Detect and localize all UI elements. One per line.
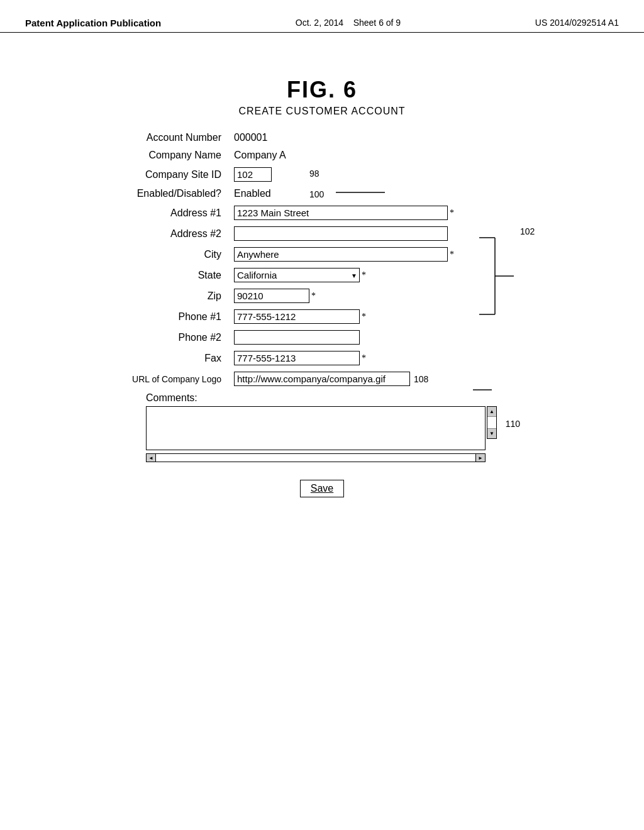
phone2-label: Phone #2 [108,332,234,343]
zip-required: * [311,291,316,301]
address2-row: Address #2 102 [108,226,536,241]
main-content: FIG. 6 CREATE CUSTOMER ACCOUNT Account N… [0,33,644,516]
address2-label: Address #2 [108,228,234,240]
zip-row: Zip * [108,289,536,303]
city-input[interactable] [234,247,448,262]
company-site-id-row: Company Site ID 98 [108,167,536,182]
enabled-row: Enabled/Disabled? Enabled 100 [108,188,536,199]
vertical-scrollbar[interactable]: ▲ ▼ [487,406,497,439]
header-right: US 2014/0292514 A1 [535,18,619,28]
save-button[interactable]: Save [300,480,344,497]
comments-container: ▲ ▼ 110 ◄ ► [146,406,486,462]
comments-label: Comments: [146,392,536,404]
fig-title: FIG. 6 [287,77,357,103]
fax-required: * [362,353,366,363]
enabled-value: Enabled [234,188,271,199]
address1-label: Address #1 [108,208,234,219]
zip-input[interactable] [234,289,309,303]
header-date: Oct. 2, 2014 [296,18,343,28]
url-label: URL of Company Logo [108,374,234,384]
scroll-up-button[interactable]: ▲ [487,407,496,417]
fax-input[interactable] [234,351,360,365]
header-center: Oct. 2, 2014 Sheet 6 of 9 [296,18,401,28]
address1-row: Address #1 * [108,206,536,220]
company-name-row: Company Name Company A [108,150,536,161]
url-row: URL of Company Logo 108 [108,372,536,386]
fax-row: Fax * [108,351,536,365]
ref-108: 108 [414,374,428,384]
account-number-label: Account Number [108,132,234,143]
header-left: Patent Application Publication [25,18,161,28]
scroll-right-button[interactable]: ► [475,453,486,462]
right-arrow-icon: ► [478,455,483,461]
account-number-value: 000001 [234,132,267,143]
enabled-label: Enabled/Disabled? [108,188,234,199]
scroll-track-h [156,453,475,462]
fax-label: Fax [108,353,234,364]
address1-input[interactable] [234,206,448,220]
down-arrow-icon: ▼ [489,431,494,436]
save-row: Save [108,471,536,497]
company-site-id-label: Company Site ID [108,169,234,180]
state-label: State [108,270,234,281]
company-name-label: Company Name [108,150,234,161]
ref-100: 100 [309,189,324,199]
company-site-id-input[interactable] [234,167,272,182]
horizontal-scrollbar[interactable]: ◄ ► [146,453,486,462]
comments-textarea[interactable] [146,406,486,450]
phone1-label: Phone #1 [108,311,234,323]
phone2-input[interactable] [234,330,360,345]
zip-label: Zip [108,290,234,302]
ref-98: 98 [309,169,319,179]
url-input[interactable] [234,372,410,386]
phone1-required: * [362,312,366,322]
comments-section: Comments: ▲ ▼ 110 [108,392,536,462]
form-wrapper: Account Number 000001 Company Name Compa… [108,132,536,497]
phone2-row: Phone #2 [108,330,536,345]
state-select[interactable]: California New York Texas [234,268,360,282]
state-row: State California New York Texas * [108,268,536,282]
phone1-row: Phone #1 * [108,309,536,324]
phone1-input[interactable] [234,309,360,324]
city-required: * [450,250,454,260]
state-select-wrapper[interactable]: California New York Texas [234,268,360,282]
page-header: Patent Application Publication Oct. 2, 2… [0,0,644,33]
address1-required: * [450,208,454,218]
address2-input[interactable] [234,226,448,241]
state-required: * [362,270,366,280]
city-row: City * [108,247,536,262]
up-arrow-icon: ▲ [489,409,494,414]
header-sheet: Sheet 6 of 9 [353,18,401,28]
ref-102: 102 [520,226,535,236]
company-name-value: Company A [234,150,286,161]
ref-110: 110 [506,419,520,429]
scroll-down-button[interactable]: ▼ [487,428,496,438]
account-number-row: Account Number 000001 [108,132,536,143]
city-label: City [108,249,234,260]
scroll-left-button[interactable]: ◄ [146,453,156,462]
fig-subtitle: CREATE CUSTOMER ACCOUNT [238,106,405,117]
left-arrow-icon: ◄ [148,455,153,461]
